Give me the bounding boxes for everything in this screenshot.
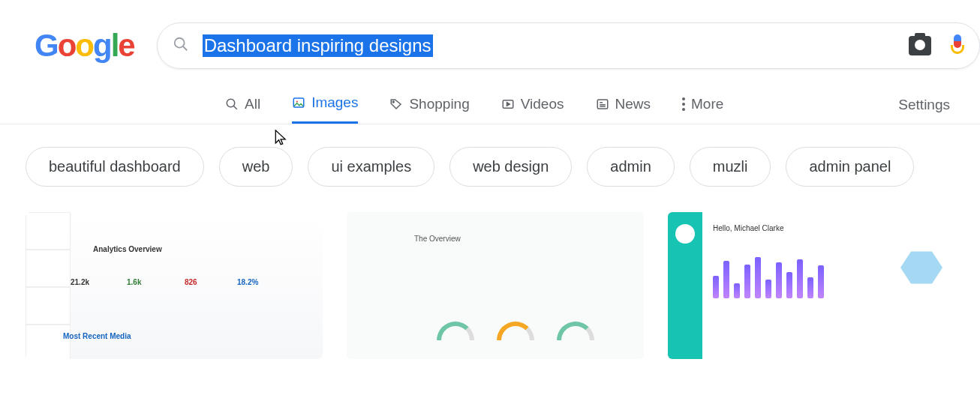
filter-chips: beautiful dashboard web ui examples web … xyxy=(0,124,980,187)
svg-point-5 xyxy=(296,100,298,102)
google-logo[interactable]: Google xyxy=(35,28,134,64)
settings-link[interactable]: Settings xyxy=(898,97,950,124)
svg-point-2 xyxy=(227,99,235,107)
tab-shopping[interactable]: Shopping xyxy=(389,96,469,123)
tab-label: All xyxy=(245,96,260,112)
chip[interactable]: beautiful dashboard xyxy=(26,147,204,187)
thumb-stat: 18.2% xyxy=(237,278,258,286)
tag-icon xyxy=(389,97,403,111)
chip[interactable]: ui examples xyxy=(308,147,434,187)
tab-label: More xyxy=(691,96,723,112)
tab-label: Images xyxy=(311,94,358,111)
images-icon xyxy=(292,96,305,109)
tab-more[interactable]: More xyxy=(682,96,723,123)
tab-videos[interactable]: Videos xyxy=(501,96,564,123)
image-results: Analytics Overview 21.2k 1.6k 826 18.2% … xyxy=(0,187,980,359)
result-thumbnail[interactable]: Hello, Michael Clarke xyxy=(668,212,965,359)
tab-all[interactable]: All xyxy=(225,96,260,123)
svg-line-3 xyxy=(233,106,237,109)
thumb-stat: 21.2k xyxy=(71,278,89,286)
search-icon xyxy=(173,36,189,55)
more-icon xyxy=(682,97,685,111)
thumb-footer: Most Recent Media xyxy=(63,332,131,340)
svg-line-1 xyxy=(182,46,187,51)
camera-icon[interactable] xyxy=(909,36,931,55)
tab-label: Videos xyxy=(521,96,564,112)
chip[interactable]: web xyxy=(219,147,293,187)
search-icon xyxy=(225,97,239,111)
tab-news[interactable]: News xyxy=(596,96,651,123)
chip[interactable]: muzli xyxy=(690,147,771,187)
result-thumbnail[interactable]: Analytics Overview 21.2k 1.6k 826 18.2% … xyxy=(26,212,323,359)
thumb-greeting: Hello, Michael Clarke xyxy=(713,224,783,232)
thumb-heading: Analytics Overview xyxy=(93,245,162,253)
svg-point-0 xyxy=(174,38,184,48)
svg-point-6 xyxy=(393,101,395,103)
search-tabs: All Images Shopping Videos News xyxy=(225,94,723,124)
thumb-stat: 1.6k xyxy=(127,278,141,286)
chip[interactable]: web design xyxy=(449,147,572,187)
search-bar[interactable]: Dashboard inspiring designs xyxy=(157,22,980,69)
chip[interactable]: admin xyxy=(587,147,674,187)
tab-label: News xyxy=(615,96,651,112)
tab-label: Shopping xyxy=(409,96,469,112)
video-icon xyxy=(501,97,515,111)
news-icon xyxy=(596,97,609,111)
mic-icon[interactable] xyxy=(951,34,964,57)
thumb-stat: 826 xyxy=(185,278,197,286)
result-thumbnail[interactable]: The Overview xyxy=(347,212,644,359)
thumb-heading: The Overview xyxy=(414,235,461,243)
chip[interactable]: admin panel xyxy=(786,147,914,187)
tab-images[interactable]: Images xyxy=(292,94,358,124)
search-input[interactable]: Dashboard inspiring designs xyxy=(203,34,433,57)
